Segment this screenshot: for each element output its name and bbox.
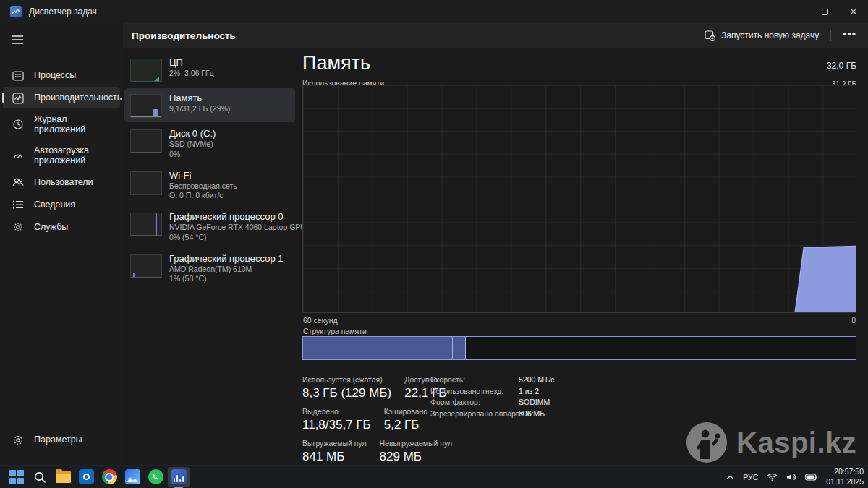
language-indicator[interactable]: РУС <box>740 468 761 487</box>
main-content: Производительность Запустить новую задач… <box>123 23 868 465</box>
volume-tray-button[interactable] <box>783 468 799 487</box>
wifi-icon <box>767 473 778 481</box>
tile-subtitle: Беспроводная сеть <box>169 181 237 192</box>
taskbar-outlook-button[interactable] <box>75 467 97 487</box>
navigation-menu-button[interactable] <box>6 29 29 51</box>
tile-subtitle: 2% 3,06 ГГц <box>169 69 214 79</box>
stat-label: Используется (сжатая) <box>302 375 391 384</box>
stat-value: 829 МБ <box>380 450 453 464</box>
chrome-icon <box>102 469 117 484</box>
sidebar-item-services[interactable]: Службы <box>3 217 120 238</box>
memory-usage-area <box>303 85 856 312</box>
maximize-icon <box>822 9 828 15</box>
tile-cpu[interactable]: ЦП 2% 3,06 ГГц <box>124 53 295 87</box>
detail-label: Зарезервировано аппаратно: <box>430 409 519 418</box>
windows-start-icon <box>9 470 24 484</box>
tile-gpu-1[interactable]: Графический процессор 1 AMD Radeon(TM) 6… <box>124 249 295 289</box>
search-icon <box>33 471 46 484</box>
detail-value: 806 МБ <box>519 409 545 418</box>
gear-icon <box>12 434 24 446</box>
tile-subtitle: NVIDIA GeForce RTX 4060 Laptop GPU <box>169 223 306 233</box>
sidebar: Процессы Производительность Журнал прило… <box>0 23 123 465</box>
kaspi-watermark-text: Kaspi.kz <box>736 427 856 459</box>
sidebar-item-performance[interactable]: Производительность <box>3 87 120 108</box>
tile-subtitle: SSD (NVMe) <box>169 140 216 150</box>
tile-title: Wi-Fi <box>169 170 237 181</box>
whatsapp-icon <box>148 469 163 484</box>
taskbar-chrome-button[interactable] <box>98 467 120 487</box>
taskbar-task-manager-button[interactable] <box>168 467 190 487</box>
detail-label: Скорость: <box>430 375 519 384</box>
sidebar-item-startup-apps[interactable]: Автозагрузка приложений <box>3 141 120 171</box>
window-title: Диспетчер задач <box>29 7 97 17</box>
sidebar-item-users[interactable]: Пользователи <box>3 172 120 193</box>
stat-label: Невыгружаемый пул <box>380 439 453 448</box>
tile-subtitle: AMD Radeon(TM) 610M <box>169 265 284 275</box>
users-icon <box>12 176 24 189</box>
chevron-up-icon <box>726 475 734 480</box>
minimize-button[interactable] <box>781 0 810 23</box>
composition-divider <box>548 337 548 359</box>
gpu1-minichart <box>130 254 162 278</box>
taskbar-search-button[interactable] <box>29 467 51 487</box>
sidebar-item-label: Параметры <box>34 435 82 445</box>
stat-value: 5,2 ГБ <box>384 418 443 432</box>
sidebar-item-label: Журнал приложений <box>34 114 116 135</box>
sidebar-item-label: Процессы <box>34 70 76 80</box>
taskbar: РУС 20:57:50 01.11.2025 <box>0 465 868 488</box>
taskbar-whatsapp-button[interactable] <box>145 467 166 487</box>
stat-value: 841 МБ <box>302 450 367 464</box>
start-button[interactable] <box>6 467 27 487</box>
maximize-button[interactable] <box>810 0 839 23</box>
tile-subtitle: О: 0 П: 0 кбит/с <box>169 191 237 201</box>
wifi-minichart <box>130 171 162 195</box>
sidebar-item-settings[interactable]: Параметры <box>3 429 120 450</box>
close-button[interactable] <box>839 0 868 23</box>
tile-subtitle: 9,1/31,2 ГБ (29%) <box>169 104 230 114</box>
detail-value: 1 из 2 <box>519 387 539 395</box>
processes-icon <box>12 69 24 82</box>
kaspi-logo-icon <box>686 421 728 463</box>
memory-capacity: 32,0 ГБ <box>827 61 856 71</box>
titlebar: Диспетчер задач <box>0 0 868 23</box>
tile-title: Графический процессор 0 <box>169 211 306 223</box>
clock-time: 20:57:50 <box>826 467 864 477</box>
hidden-icons-button[interactable] <box>723 468 737 487</box>
composition-divider <box>465 337 466 359</box>
sidebar-item-details[interactable]: Сведения <box>3 194 120 215</box>
tile-gpu-0[interactable]: Графический процессор 0 NVIDIA GeForce R… <box>124 207 295 247</box>
tile-title: Диск 0 (C:) <box>169 128 216 140</box>
gpu0-minichart <box>130 213 162 236</box>
hamburger-icon <box>12 35 23 44</box>
sidebar-settings: Параметры <box>0 428 123 452</box>
memory-hardware-details: Скорость: 5200 МТ/с Использовано гнезд: … <box>430 375 647 420</box>
sidebar-item-label: Пользователи <box>34 177 93 187</box>
details-icon <box>12 199 24 211</box>
tile-subtitle: 1% (58 °C) <box>169 274 284 284</box>
clock-date: 01.11.2025 <box>826 477 864 487</box>
tile-subtitle: 0% <box>169 150 216 160</box>
tile-wifi[interactable]: Wi-Fi Беспроводная сеть О: 0 П: 0 кбит/с <box>124 166 295 206</box>
sidebar-item-processes[interactable]: Процессы <box>3 65 120 86</box>
stat-label: Выделено <box>302 407 371 416</box>
sidebar-item-label: Автозагрузка приложений <box>34 145 116 166</box>
file-explorer-icon <box>56 471 71 483</box>
memory-detail-panel: Память 32,0 ГБ Использование памяти 31,2… <box>302 23 856 465</box>
outlook-icon <box>79 469 94 484</box>
kaspi-watermark: Kaspi.kz <box>686 421 856 463</box>
time-axis-label: 60 секунд <box>303 316 338 325</box>
clock[interactable]: 20:57:50 01.11.2025 <box>823 467 864 487</box>
sidebar-item-label: Сведения <box>34 200 75 210</box>
memory-title: Память <box>302 52 370 74</box>
tile-disk-0[interactable]: Диск 0 (C:) SSD (NVMe) 0% <box>124 124 295 164</box>
performance-icon <box>12 92 24 104</box>
taskbar-file-explorer-button[interactable] <box>52 467 74 487</box>
sidebar-item-app-history[interactable]: Журнал приложений <box>3 110 120 140</box>
taskbar-photos-button[interactable] <box>122 467 143 487</box>
wifi-tray-button[interactable] <box>764 468 780 487</box>
battery-tray-button[interactable] <box>802 468 820 487</box>
tile-memory[interactable]: Память 9,1/31,2 ГБ (29%) <box>124 88 295 122</box>
app-history-icon <box>12 119 24 131</box>
system-tray: РУС 20:57:50 01.11.2025 <box>723 466 864 488</box>
sidebar-nav: Процессы Производительность Журнал прило… <box>0 64 123 239</box>
